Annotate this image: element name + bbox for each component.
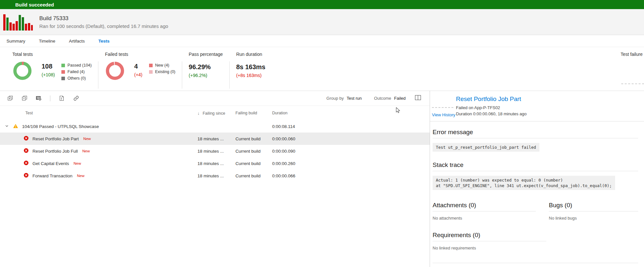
stats-separator bbox=[182, 61, 182, 89]
column-options-icon[interactable] bbox=[36, 95, 42, 101]
pass-percentage-delta: (+96.2%) bbox=[189, 73, 223, 78]
test-results-pane: Group by Test run Outcome Failed Test bbox=[0, 91, 430, 267]
failing-build-value[interactable]: Current build bbox=[235, 161, 272, 166]
build-title: Build 75333 bbox=[39, 15, 168, 22]
failed-tests-donut-chart bbox=[105, 61, 125, 81]
panel-bottom-divider bbox=[433, 263, 638, 263]
test-name: Reset Portfolio Job Part bbox=[32, 136, 79, 141]
stack-trace-text: Actual: 1 (number) was expected to equal… bbox=[433, 176, 615, 190]
bugs-section: Bugs (0) No linked bugs bbox=[549, 202, 638, 221]
new-swatch bbox=[149, 64, 153, 67]
column-header-failing-build[interactable]: Failing build bbox=[235, 111, 257, 115]
others-swatch bbox=[61, 77, 65, 80]
build-tabs: Summary Timeline Artifacts Tests bbox=[0, 35, 644, 47]
test-row[interactable]: Reset Portfolio Job Full New 18 minutes … bbox=[0, 145, 430, 157]
test-name: Reset Portfolio Job Full bbox=[32, 149, 78, 154]
total-tests-value: 108 bbox=[42, 63, 55, 70]
test-name: Forward Transaction bbox=[32, 173, 72, 178]
failed-tests-delta: (+4) bbox=[134, 72, 142, 77]
legend-item-new: New (4) bbox=[149, 62, 176, 69]
total-tests-label: Total tests bbox=[12, 52, 92, 57]
stack-trace-line: at "SPD.UT_SPI_ENGINE", line 341 ut.expe… bbox=[436, 183, 612, 188]
stack-trace-section: Stack trace Actual: 1 (number) was expec… bbox=[433, 161, 638, 190]
chevron-down-icon[interactable] bbox=[5, 124, 9, 129]
view-history-link[interactable]: View History bbox=[432, 112, 453, 117]
legend-label: Failed (4) bbox=[68, 70, 85, 74]
outcome-dropdown[interactable]: Failed bbox=[394, 96, 406, 101]
toggle-details-pane-icon[interactable] bbox=[415, 95, 421, 102]
failed-test-icon bbox=[24, 173, 29, 179]
test-failures-label: Test failure bbox=[621, 52, 644, 57]
new-badge: New bbox=[82, 149, 90, 153]
build-status-text: Build succeeded bbox=[15, 2, 54, 7]
test-run-group-name: 104/108 Passed - UTPLSQL Showcase bbox=[22, 124, 99, 129]
test-row[interactable]: Forward Transaction New 18 minutes ... C… bbox=[0, 170, 430, 182]
failing-build-value[interactable]: Current build bbox=[235, 173, 272, 178]
test-stats-strip: Total tests 108 (+108) Passed (104) bbox=[0, 47, 644, 91]
duration-value: 0:00:00.060 bbox=[272, 136, 311, 141]
failing-build-value[interactable]: Current build bbox=[235, 136, 272, 141]
legend-label: Existing (0) bbox=[155, 70, 176, 74]
warning-icon bbox=[13, 124, 18, 129]
failed-swatch bbox=[61, 70, 65, 74]
existing-swatch bbox=[149, 70, 153, 74]
requirements-section: Requirements (0) No linked requirements bbox=[433, 232, 546, 250]
column-header-duration[interactable]: Duration bbox=[272, 111, 287, 115]
test-row[interactable]: Get Capital Events New 18 minutes ... Cu… bbox=[0, 157, 430, 170]
test-detail-panel: Reset Portfolio Job Part Failed on App-P… bbox=[430, 91, 644, 267]
test-grid-header: Test ↓ Failing since Failing build Durat… bbox=[0, 106, 430, 120]
new-badge: New bbox=[83, 137, 91, 141]
pass-percentage-value: 96.29% bbox=[189, 63, 223, 71]
legend-item-others: Others (0) bbox=[61, 75, 92, 82]
failed-test-icon bbox=[24, 148, 29, 154]
failing-since-value: 18 minutes ... bbox=[197, 161, 235, 166]
build-subtitle: Ran for 100 seconds (Default), completed… bbox=[39, 23, 168, 29]
failing-since-value: 18 minutes ... bbox=[197, 173, 235, 178]
test-failures-trend-baseline bbox=[621, 83, 644, 84]
duration-value: 0:00:00.066 bbox=[272, 173, 311, 178]
requirements-heading: Requirements (0) bbox=[433, 232, 546, 241]
total-tests-legend: Passed (104) Failed (4) Others (0) bbox=[61, 61, 92, 82]
build-histogram-icon bbox=[3, 14, 33, 31]
column-header-test[interactable]: Test bbox=[25, 111, 33, 115]
bugs-heading: Bugs (0) bbox=[549, 202, 638, 211]
total-tests-donut-chart bbox=[12, 61, 32, 81]
failed-tests-label: Failed tests bbox=[105, 52, 175, 57]
sort-descending-icon: ↓ bbox=[197, 111, 200, 116]
run-duration-stat: Run duration 8s 163ms (+8s 163ms) bbox=[236, 52, 265, 91]
legend-label: Passed (104) bbox=[68, 63, 92, 68]
copy-link-icon[interactable] bbox=[73, 95, 79, 101]
failed-test-icon bbox=[24, 160, 29, 166]
failing-since-value: 18 minutes ... bbox=[197, 136, 235, 141]
total-tests-stat: Total tests 108 (+108) Passed (104) bbox=[12, 52, 92, 91]
detail-duration-text: Duration 0:00:00.060, 18 minutes ago bbox=[456, 111, 638, 117]
test-report-icon[interactable] bbox=[59, 95, 65, 101]
tests-toolbar: Group by Test run Outcome Failed bbox=[0, 91, 430, 106]
legend-item-passed: Passed (104) bbox=[61, 62, 92, 69]
tab-artifacts[interactable]: Artifacts bbox=[69, 39, 85, 44]
tab-timeline[interactable]: Timeline bbox=[39, 39, 56, 44]
tab-summary[interactable]: Summary bbox=[6, 39, 25, 44]
attachments-section: Attachments (0) No attachments bbox=[433, 202, 536, 221]
tab-tests[interactable]: Tests bbox=[98, 39, 109, 44]
column-header-failing-since[interactable]: Failing since bbox=[203, 111, 225, 116]
error-message-section: Error message Test ut_p_reset_portfolio_… bbox=[433, 129, 638, 152]
pass-percentage-label: Pass percentage bbox=[189, 52, 223, 57]
run-duration-delta: (+8s 163ms) bbox=[236, 73, 265, 78]
error-message-text: Test ut_p_reset_portfolio_job_part faile… bbox=[433, 143, 539, 152]
detail-test-title[interactable]: Reset Portfolio Job Part bbox=[456, 95, 638, 103]
build-results-page: Build succeeded Build 75333 Ran for 100 … bbox=[0, 0, 644, 267]
test-row[interactable]: Reset Portfolio Job Part New 18 minutes … bbox=[0, 133, 430, 145]
attachments-empty-text: No attachments bbox=[433, 216, 536, 221]
legend-label: New (4) bbox=[155, 63, 170, 68]
test-run-group-row[interactable]: 104/108 Passed - UTPLSQL Showcase 0:00:0… bbox=[0, 120, 430, 133]
expand-all-icon[interactable] bbox=[7, 95, 13, 101]
failing-since-value: 18 minutes ... bbox=[197, 149, 235, 154]
group-by-dropdown[interactable]: Test run bbox=[347, 96, 362, 101]
collapse-all-icon[interactable] bbox=[21, 95, 27, 101]
group-by-label: Group by bbox=[326, 96, 344, 101]
build-header: Build 75333 Ran for 100 seconds (Default… bbox=[0, 9, 644, 35]
new-badge: New bbox=[74, 161, 81, 165]
build-header-text: Build 75333 Ran for 100 seconds (Default… bbox=[39, 15, 168, 29]
failing-build-value[interactable]: Current build bbox=[235, 149, 272, 154]
